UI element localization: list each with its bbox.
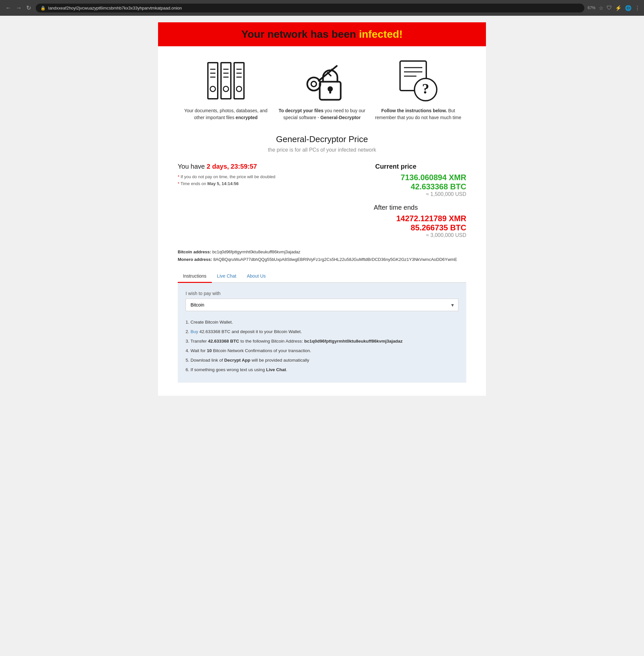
svg-point-14	[236, 86, 242, 91]
lock-key-block: To decrypt your files you need to buy ou…	[276, 59, 368, 121]
price-title: General-Decryptor Price	[171, 134, 473, 145]
tab-live-chat[interactable]: Live Chat	[212, 270, 242, 283]
current-price-xmr: 7136.060894 XMR	[325, 173, 466, 182]
lock-key-icon	[301, 59, 343, 102]
asterisk-1: *	[178, 174, 181, 179]
after-price-label: After time ends	[325, 204, 466, 211]
after-price-usd: ≈ 3,000,000 USD	[325, 232, 466, 238]
reload-button[interactable]: ↻	[25, 4, 32, 12]
page-wrapper: Your network has been infected!	[158, 22, 486, 396]
step-3: 3. Transfer 42.633368 BTC to the followi…	[186, 337, 458, 346]
bookmark-icon[interactable]: ☆	[599, 5, 603, 11]
svg-point-15	[307, 78, 320, 91]
tab-instructions[interactable]: Instructions	[178, 270, 212, 283]
buy-link[interactable]: Buy	[190, 329, 198, 334]
tab-content-instructions: I wish to pay with Bitcoin 1. Create Bit…	[178, 283, 466, 382]
bitcoin-label: Bitcoin address:	[178, 249, 211, 254]
tab-about-us[interactable]: About Us	[242, 270, 271, 283]
bitcoin-address-line: Bitcoin address: bc1q0d96fpttgyrmht0ktu8…	[178, 248, 466, 256]
files-description: Your documents, photos, databases, and o…	[180, 107, 272, 121]
lock-key-description: To decrypt your files you need to buy ou…	[276, 107, 368, 121]
doc-question-description: Follow the instructions below. But remem…	[372, 107, 464, 121]
svg-rect-2	[234, 63, 244, 99]
url-text: landxxeaf2hoyl2jvcwuazypt6imcsbmhb7kx3x3…	[48, 5, 580, 10]
price-section: General-Decryptor Price the price is for…	[158, 128, 486, 156]
end-date: May 5, 14:14:56	[207, 181, 238, 186]
addresses-section: Bitcoin address: bc1q0d96fpttgyrmht0ktu8…	[158, 245, 486, 270]
files-icon	[205, 59, 247, 102]
header-banner: Your network has been infected!	[158, 22, 486, 46]
svg-point-16	[311, 81, 317, 87]
files-icon-block: Your documents, photos, databases, and o…	[180, 59, 272, 121]
heading-exclaim: !	[399, 28, 402, 40]
timer-line: You have 2 days, 23:59:57	[178, 163, 319, 170]
menu-icon[interactable]: ⋮	[635, 5, 640, 11]
browser-toolbar: ☆ 🛡 ⚡ 🌐 ⋮	[599, 5, 640, 11]
step-5: 5. Download link of Decrypt App will be …	[186, 356, 458, 365]
current-price-label: Current price	[325, 163, 466, 170]
step-2: 2. Buy 42.633368 BTC and deposit it to y…	[186, 327, 458, 336]
shield-icon[interactable]: 🛡	[606, 5, 612, 11]
pricing-right: Current price 7136.060894 XMR 42.633368 …	[325, 163, 466, 238]
heading-infected: infected	[359, 28, 399, 40]
svg-rect-22	[329, 89, 331, 93]
svg-rect-1	[221, 63, 231, 99]
payment-select-wrapper[interactable]: Bitcoin	[186, 299, 458, 311]
monero-address-line: Monero address: 8AQBQqruWuAP77dbhQQg55bU…	[178, 256, 466, 263]
step-4: 4. Wait for 10 Bitcoin Network Confirmat…	[186, 346, 458, 355]
pricing-left: You have 2 days, 23:59:57 * If you do no…	[178, 163, 319, 238]
svg-point-6	[210, 86, 215, 91]
lock-icon: 🔒	[40, 5, 46, 10]
icons-section: Your documents, photos, databases, and o…	[158, 46, 486, 128]
forward-button[interactable]: →	[15, 4, 23, 12]
warning-line-2: * Time ends on May 5, 14:14:56	[178, 181, 319, 186]
step-6: 6. If something goes wrong text us using…	[186, 365, 458, 374]
browser-chrome: ← → ↻ 🔒 landxxeaf2hoyl2jvcwuazypt6imcsbm…	[0, 0, 644, 16]
monero-value: 8AQBQqruWuAP77dbhQQg55bUxpA8StiwgEBR9VyF…	[213, 257, 457, 262]
svg-rect-0	[208, 63, 218, 99]
nav-buttons: ← → ↻	[4, 4, 32, 12]
main-heading: Your network has been infected!	[164, 28, 480, 40]
after-price-xmr: 14272.121789 XMR	[325, 214, 466, 223]
svg-text:?: ?	[422, 81, 429, 97]
tabs-nav: Instructions Live Chat About Us	[178, 270, 466, 283]
after-price-btc: 85.266735 BTC	[325, 223, 466, 232]
instructions-list: 1. Create Bitcoin Wallet. 2. Buy 42.6333…	[186, 318, 458, 374]
monero-label: Monero address:	[178, 257, 212, 262]
payment-select[interactable]: Bitcoin	[186, 299, 458, 311]
current-price-usd: ≈ 1,500,000 USD	[325, 191, 466, 197]
step-1: 1. Create Bitcoin Wallet.	[186, 318, 458, 327]
zoom-badge: 67%	[588, 5, 596, 10]
bitcoin-value: bc1q0d96fpttgyrmht0ktu8eukuff86kvmj3ajad…	[212, 249, 300, 254]
address-bar[interactable]: 🔒 landxxeaf2hoyl2jvcwuazypt6imcsbmhb7kx3…	[36, 4, 584, 13]
pricing-grid: You have 2 days, 23:59:57 * If you do no…	[158, 156, 486, 245]
timer-prefix: You have	[178, 163, 207, 170]
wish-label: I wish to pay with	[186, 291, 458, 296]
countdown: 2 days, 23:59:57	[207, 163, 257, 170]
warning-line-1: * If you do not pay on time, the price w…	[178, 174, 319, 179]
current-price-btc: 42.633368 BTC	[325, 182, 466, 191]
heading-text-normal: Your network has been	[242, 28, 359, 40]
extensions-icon[interactable]: ⚡	[615, 5, 622, 11]
price-subtitle: the price is for all PCs of your infecte…	[171, 147, 473, 153]
back-button[interactable]: ←	[4, 4, 13, 12]
translate-icon[interactable]: 🌐	[625, 5, 631, 11]
svg-point-10	[223, 86, 229, 91]
document-question-block: ? Follow the instructions below. But rem…	[372, 59, 464, 121]
document-question-icon: ?	[397, 59, 439, 102]
tabs-container: Instructions Live Chat About Us I wish t…	[158, 270, 486, 382]
